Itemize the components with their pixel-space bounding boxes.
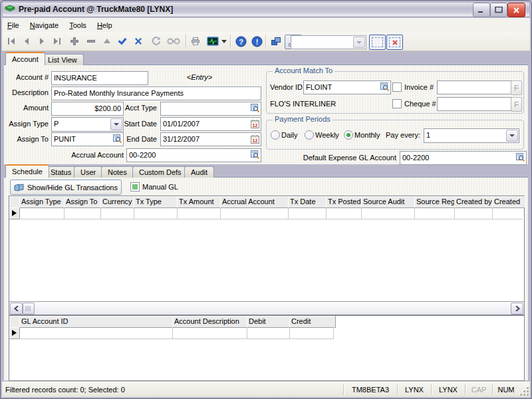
menu-tools[interactable]: Tools [64, 20, 92, 31]
tab-notes[interactable]: Notes [101, 166, 134, 178]
table-cell[interactable] [414, 207, 455, 219]
acct-type-field[interactable] [160, 102, 261, 116]
table-cell[interactable] [492, 207, 523, 219]
cancel-select-button[interactable] [386, 35, 403, 50]
last-record-icon[interactable] [51, 35, 64, 48]
amount-field[interactable]: $200.00 [51, 102, 124, 116]
table-cell[interactable] [247, 327, 290, 339]
assign-to-field[interactable]: PUNIT [51, 132, 124, 146]
menu-help[interactable]: Help [92, 20, 118, 31]
column-header[interactable]: Account Description [172, 316, 249, 328]
calendar-icon[interactable]: 12 [251, 134, 260, 144]
cheque-checkbox[interactable] [392, 99, 402, 108]
assign-type-combobox[interactable]: P [51, 117, 124, 132]
default-expense-field[interactable]: 00-2200 [400, 151, 527, 165]
accrual-account-field[interactable]: 00-2200 [126, 148, 261, 162]
chevron-down-icon[interactable] [353, 37, 365, 48]
column-header[interactable]: Currency [100, 196, 136, 208]
column-header[interactable]: Created by [454, 196, 495, 208]
help-icon[interactable]: ? [234, 35, 247, 48]
lookup-icon[interactable] [380, 82, 390, 92]
delete-record-icon[interactable] [84, 35, 98, 48]
chevron-down-icon[interactable] [506, 130, 518, 142]
vendor-id-field[interactable]: FLOINT [303, 80, 391, 94]
tab-account[interactable]: Account [5, 52, 45, 65]
horizontal-scrollbar[interactable] [9, 301, 524, 315]
column-header[interactable]: Source Reg [414, 196, 457, 208]
menu-navigate[interactable]: Navigate [25, 20, 64, 31]
column-header[interactable]: GL Account ID [19, 316, 175, 328]
tab-user[interactable]: User [74, 166, 102, 178]
account-number-field[interactable]: INSURANCE [51, 71, 148, 85]
radio-weekly[interactable] [305, 130, 314, 140]
post-edit-icon[interactable] [115, 35, 128, 48]
table-cell[interactable] [177, 207, 221, 219]
column-header[interactable]: Source Audit [361, 196, 417, 208]
row-selector[interactable] [9, 207, 20, 219]
cheque-f-button[interactable]: F [511, 97, 522, 112]
radio-monthly[interactable] [344, 130, 353, 140]
column-header[interactable]: Tx Type [134, 196, 180, 208]
column-header[interactable]: Created [492, 196, 525, 208]
table-cell[interactable] [289, 327, 334, 339]
table-cell[interactable] [454, 207, 493, 219]
column-header[interactable]: Tx Posted [326, 196, 364, 208]
minimize-button[interactable] [473, 3, 490, 17]
chevron-down-icon[interactable] [110, 118, 122, 130]
table-cell[interactable] [19, 327, 173, 339]
column-header[interactable]: Assign To [64, 196, 103, 208]
windows-icon[interactable] [269, 35, 283, 48]
table-cell[interactable] [172, 327, 247, 339]
invoice-f-button[interactable]: F [511, 80, 522, 95]
resize-grip-icon[interactable] [520, 387, 529, 396]
scroll-left-icon[interactable] [10, 303, 23, 315]
column-header[interactable]: Tx Amount [177, 196, 223, 208]
tab-audit[interactable]: Audit [184, 166, 214, 178]
start-date-field[interactable]: 01/01/2007 12 [160, 117, 261, 131]
column-header[interactable]: Credit [289, 316, 336, 328]
tab-schedule[interactable]: Schedule [5, 164, 49, 178]
info-icon[interactable]: ! [250, 35, 263, 48]
row-selector[interactable] [9, 327, 20, 339]
table-cell[interactable] [220, 207, 289, 219]
insert-record-icon[interactable] [68, 35, 81, 48]
tab-custom-defs[interactable]: Custom Defs [132, 166, 188, 178]
monitor-dropdown-icon[interactable] [221, 35, 227, 48]
table-cell[interactable] [64, 207, 101, 219]
next-record-icon[interactable] [35, 35, 49, 48]
table-cell[interactable] [134, 207, 178, 219]
toolbar-search-combobox[interactable] [291, 35, 366, 49]
monitor-icon[interactable] [205, 35, 220, 48]
cheque-field[interactable] [437, 97, 513, 111]
table-cell[interactable] [19, 207, 65, 219]
pay-every-combobox[interactable]: 1 [424, 128, 519, 143]
record-select-button[interactable] [369, 35, 386, 50]
edit-record-icon[interactable] [100, 35, 114, 48]
refresh-icon[interactable] [150, 35, 163, 48]
tab-list-view[interactable]: List View [41, 54, 84, 65]
description-field[interactable]: Pro-Rated Monthly Insurance Payments [51, 86, 261, 100]
end-date-field[interactable]: 31/12/2007 12 [160, 132, 261, 146]
manual-gl-checkbox[interactable] [130, 182, 140, 192]
calendar-icon[interactable]: 12 [251, 119, 260, 128]
column-header[interactable]: Tx Date [288, 196, 329, 208]
invoice-checkbox[interactable] [392, 82, 402, 92]
table-cell[interactable] [288, 207, 327, 219]
table-cell[interactable] [361, 207, 415, 219]
maximize-button[interactable] [490, 3, 507, 17]
lookup-icon[interactable] [251, 104, 260, 113]
radio-daily[interactable] [271, 130, 280, 140]
scrollbar-thumb[interactable] [23, 303, 35, 315]
prior-record-icon[interactable] [20, 35, 33, 48]
column-header[interactable]: Debit [247, 316, 292, 328]
find-icon[interactable] [166, 35, 182, 48]
table-cell[interactable] [326, 207, 362, 219]
lookup-icon[interactable] [516, 153, 525, 162]
lookup-icon[interactable] [113, 134, 122, 144]
print-icon[interactable] [189, 35, 202, 48]
menu-file[interactable]: File [2, 20, 25, 31]
scroll-right-icon[interactable] [511, 303, 523, 315]
table-cell[interactable] [100, 207, 134, 219]
lookup-icon[interactable] [251, 150, 260, 160]
first-record-icon[interactable] [5, 35, 18, 48]
